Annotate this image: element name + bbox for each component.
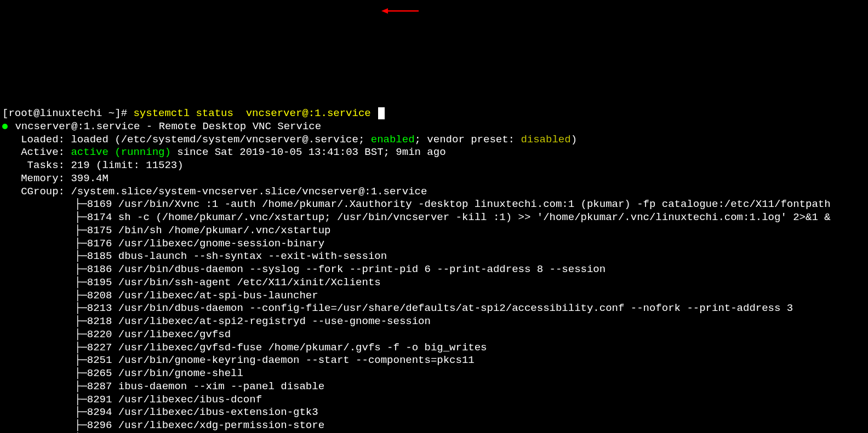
status-dot-icon	[2, 124, 8, 129]
command-line: [root@linuxtechi ~]# systemctl status vn…	[2, 107, 385, 120]
process-row: ├─8175 /bin/sh /home/pkumar/.vnc/xstartu…	[75, 224, 866, 238]
disabled-status: disabled	[521, 134, 570, 146]
service-header-line: vncserver@:1.service - Remote Desktop VN…	[2, 120, 321, 134]
process-row: ├─8287 ibus-daemon --xim --panel disable	[75, 380, 866, 394]
cgroup-line: CGroup: /system.slice/system-vncserver.s…	[2, 186, 427, 199]
process-row: ├─8251 /usr/bin/gnome-keyring-daemon --s…	[75, 354, 866, 367]
loaded-line: Loaded: loaded (/etc/systemd/system/vncs…	[2, 134, 577, 147]
active-line: Active: active (running) since Sat 2019-…	[2, 146, 446, 159]
process-row: ├─8213 /usr/bin/dbus-daemon --config-fil…	[75, 302, 866, 315]
process-row: ├─8227 /usr/libexec/gvfsd-fuse /home/pku…	[75, 342, 866, 355]
annotation-arrow-icon	[381, 8, 420, 14]
process-row: ├─8291 /usr/libexec/ibus-dconf	[75, 394, 866, 407]
tasks-line: Tasks: 219 (limit: 11523)	[2, 159, 184, 172]
shell-prompt: [root@linuxtechi ~]#	[2, 107, 133, 119]
process-row: ├─8174 sh -c (/home/pkumar/.vnc/xstartup…	[75, 211, 866, 224]
enabled-status: enabled	[371, 134, 415, 146]
process-tree: ├─8169 /usr/bin/Xvnc :1 -auth /home/pkum…	[2, 198, 866, 433]
process-row: ├─8265 /usr/bin/gnome-shell	[75, 367, 866, 380]
memory-line: Memory: 399.4M	[2, 172, 108, 186]
process-row: ├─8218 /usr/libexec/at-spi2-registryd --…	[75, 315, 866, 328]
process-row: ├─8220 /usr/libexec/gvfsd	[75, 328, 866, 342]
command-text: systemctl status vncserver@:1.service	[133, 107, 370, 119]
process-row: ├─8169 /usr/bin/Xvnc :1 -auth /home/pkum…	[75, 198, 866, 211]
active-status: active (running)	[65, 146, 171, 158]
process-row: ├─8185 dbus-launch --sh-syntax --exit-wi…	[75, 250, 866, 263]
process-row: ├─8294 /usr/libexec/ibus-extension-gtk3	[75, 406, 866, 419]
svg-marker-1	[381, 8, 388, 14]
process-row: ├─8296 /usr/libexec/xdg-permission-store	[75, 419, 866, 432]
cursor-icon	[378, 107, 385, 119]
process-row: ├─8186 /usr/bin/dbus-daemon --syslog --f…	[75, 263, 866, 276]
process-row: ├─8208 /usr/libexec/at-spi-bus-launcher	[75, 290, 866, 303]
terminal-output[interactable]: [root@linuxtechi ~]# systemctl status vn…	[2, 55, 866, 433]
process-row: ├─8195 /usr/bin/ssh-agent /etc/X11/xinit…	[75, 276, 866, 290]
process-row: ├─8176 /usr/libexec/gnome-session-binary	[75, 238, 866, 251]
